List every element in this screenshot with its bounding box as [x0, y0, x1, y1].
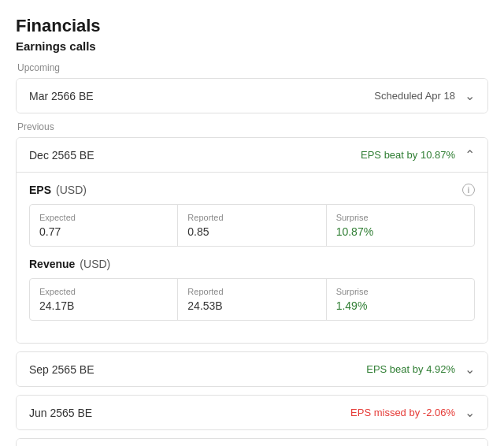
eps-grid: Expected 0.77 Reported 0.85 Surprise 10.…	[29, 204, 475, 247]
previous-header-0[interactable]: Dec 2565 BE EPS beat by 10.87% ⌃	[17, 138, 487, 172]
revenue-expected-value: 24.17B	[39, 299, 168, 312]
previous-item-2: Jun 2565 BE EPS missed by -2.06% ⌄	[16, 395, 488, 430]
eps-surprise-cell: Surprise 10.87%	[327, 205, 474, 246]
eps-beat-1: EPS beat by 4.92%	[366, 363, 455, 375]
revenue-surprise-label: Surprise	[336, 287, 465, 296]
eps-expected-cell: Expected 0.77	[30, 205, 178, 246]
upcoming-card: Mar 2566 BE Scheduled Apr 18 ⌄	[16, 78, 488, 113]
chevron-up-icon-0[interactable]: ⌃	[465, 147, 475, 162]
page-title: Financials	[16, 16, 488, 36]
revenue-block: Revenue (USD) Expected 24.17B Reported 2…	[29, 258, 475, 321]
revenue-expected-cell: Expected 24.17B	[30, 279, 178, 320]
revenue-reported-cell: Reported 24.53B	[178, 279, 326, 320]
eps-miss-2: EPS missed by -2.06%	[350, 407, 455, 418]
revenue-expected-label: Expected	[39, 287, 168, 296]
eps-block: EPS (USD) i Expected 0.77 Reported 0.85 …	[29, 184, 475, 247]
eps-unit: (USD)	[56, 184, 87, 196]
upcoming-label: Upcoming	[17, 62, 488, 73]
eps-expected-value: 0.77	[39, 225, 168, 238]
previous-period-2: Jun 2565 BE	[29, 407, 92, 419]
revenue-unit: (USD)	[80, 258, 110, 270]
eps-beat-0: EPS beat by 10.87%	[361, 149, 455, 161]
chevron-down-icon-1[interactable]: ⌄	[465, 362, 475, 377]
eps-section: EPS (USD) i Expected 0.77 Reported 0.85 …	[17, 172, 487, 343]
upcoming-period: Mar 2566 BE	[29, 90, 94, 102]
previous-row-3[interactable]: Mar 2565 BE EPS beat by 7.49% ⌄	[17, 439, 487, 446]
revenue-reported-value: 24.53B	[187, 299, 316, 312]
upcoming-scheduled: Scheduled Apr 18	[374, 90, 455, 102]
eps-surprise-label: Surprise	[336, 213, 465, 222]
previous-item-3: Mar 2565 BE EPS beat by 7.49% ⌄	[16, 438, 488, 446]
revenue-reported-label: Reported	[187, 287, 316, 296]
revenue-title-row: Revenue (USD)	[29, 258, 475, 270]
revenue-grid: Expected 24.17B Reported 24.53B Surprise…	[29, 278, 475, 321]
section-title: Earnings calls	[16, 39, 488, 53]
upcoming-chevron-down-icon[interactable]: ⌄	[465, 88, 475, 103]
previous-row-2[interactable]: Jun 2565 BE EPS missed by -2.06% ⌄	[17, 396, 487, 429]
previous-right-1: EPS beat by 4.92% ⌄	[366, 362, 475, 377]
upcoming-right: Scheduled Apr 18 ⌄	[374, 88, 475, 103]
previous-item-1: Sep 2565 BE EPS beat by 4.92% ⌄	[16, 351, 488, 387]
previous-right-0: EPS beat by 10.87% ⌃	[361, 147, 475, 162]
eps-title-row: EPS (USD) i	[29, 184, 475, 196]
previous-row-1[interactable]: Sep 2565 BE EPS beat by 4.92% ⌄	[17, 352, 487, 386]
revenue-surprise-value: 1.49%	[336, 299, 465, 312]
previous-period-1: Sep 2565 BE	[29, 363, 94, 376]
revenue-surprise-cell: Surprise 1.49%	[327, 279, 474, 320]
eps-reported-cell: Reported 0.85	[178, 205, 326, 246]
previous-item-0: Dec 2565 BE EPS beat by 10.87% ⌃ EPS (US…	[16, 137, 488, 344]
chevron-down-icon-2[interactable]: ⌄	[465, 405, 475, 420]
previous-right-2: EPS missed by -2.06% ⌄	[350, 405, 475, 420]
previous-period-0: Dec 2565 BE	[29, 149, 94, 162]
previous-label: Previous	[17, 121, 488, 132]
eps-surprise-value: 10.87%	[336, 225, 465, 238]
upcoming-row: Mar 2566 BE Scheduled Apr 18 ⌄	[17, 79, 487, 113]
revenue-label: Revenue	[29, 258, 75, 270]
eps-reported-label: Reported	[187, 213, 316, 222]
eps-label: EPS	[29, 184, 51, 196]
eps-info-icon[interactable]: i	[462, 184, 475, 196]
eps-expected-label: Expected	[39, 213, 168, 222]
eps-reported-value: 0.85	[187, 225, 316, 238]
